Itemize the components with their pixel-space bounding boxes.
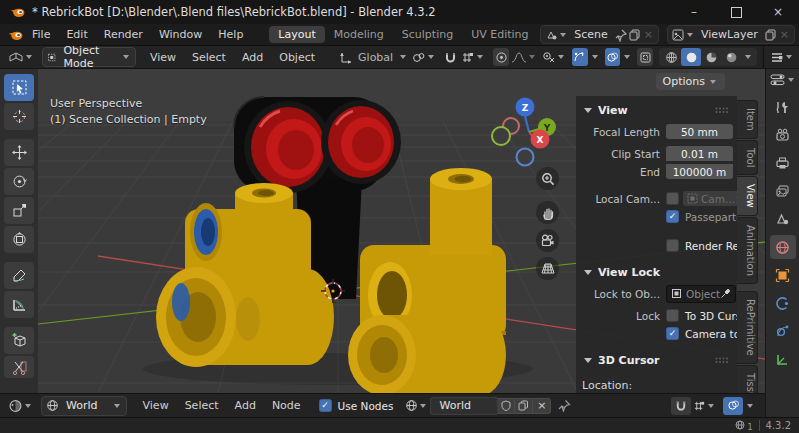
- local-camera-field[interactable]: Cam... ×: [683, 191, 737, 206]
- sidebar-tab-tissue[interactable]: Tissue: [737, 365, 758, 393]
- tool-select-box[interactable]: [4, 74, 34, 101]
- use-nodes-checkbox[interactable]: ✓: [319, 399, 332, 412]
- zoom-button[interactable]: [536, 167, 559, 190]
- fake-user-button[interactable]: [497, 398, 515, 414]
- shader-select-menu[interactable]: Select: [177, 399, 227, 412]
- tool-add-cube[interactable]: [4, 327, 34, 354]
- clip-end-field[interactable]: 100000 m: [666, 164, 733, 179]
- pin-icon[interactable]: [614, 28, 628, 42]
- shading-solid-button[interactable]: [681, 48, 701, 66]
- unlink-datablock-button[interactable]: ×: [533, 398, 551, 414]
- menu-render[interactable]: Render: [96, 28, 151, 41]
- shader-overlays-toggle[interactable]: [723, 397, 743, 415]
- tool-transform[interactable]: [4, 226, 34, 253]
- minimize-button[interactable]: –: [673, 0, 715, 24]
- shader-type-dropdown[interactable]: World: [41, 396, 127, 416]
- new-viewlayer-icon[interactable]: [764, 28, 778, 42]
- tool-rotate[interactable]: [4, 168, 34, 195]
- shading-wireframe-button[interactable]: [661, 48, 681, 66]
- lock-to-object-field[interactable]: Object: [666, 285, 736, 303]
- passepartout-checkbox[interactable]: ✓: [666, 210, 679, 223]
- tool-move[interactable]: [4, 139, 34, 166]
- add-menu[interactable]: Add: [234, 51, 271, 64]
- properties-tab-render[interactable]: [770, 123, 796, 147]
- tool-measure[interactable]: [4, 291, 34, 318]
- workspace-tab-modeling[interactable]: Modeling: [325, 26, 393, 43]
- view-panel-header[interactable]: View: [582, 102, 733, 119]
- drag-handle-icon[interactable]: [715, 357, 729, 364]
- camera-view-button[interactable]: [536, 229, 559, 252]
- world-name-field[interactable]: World: [430, 397, 497, 415]
- view-lock-header[interactable]: View Lock: [582, 264, 733, 281]
- close-button[interactable]: ×: [757, 0, 799, 24]
- shading-material-button[interactable]: [701, 48, 721, 66]
- workspace-tab-layout[interactable]: Layout: [269, 26, 324, 43]
- eyedropper-icon[interactable]: [720, 288, 731, 299]
- shader-snap-dropdown[interactable]: [691, 397, 718, 414]
- sidebar-tab-reprimitive[interactable]: RePrimitive: [737, 291, 758, 364]
- shader-editor-type-button[interactable]: [6, 397, 35, 414]
- shader-overlays-dropdown[interactable]: [743, 397, 757, 414]
- properties-tab-tool[interactable]: [770, 95, 796, 119]
- properties-editor-type-button[interactable]: [770, 73, 796, 87]
- pan-button[interactable]: [536, 201, 559, 224]
- menu-help[interactable]: Help: [210, 28, 251, 41]
- clip-start-field[interactable]: 0.01 m: [666, 146, 733, 161]
- delete-scene-icon[interactable]: ×: [642, 26, 655, 43]
- pin-icon[interactable]: [558, 399, 571, 412]
- select-menu[interactable]: Select: [184, 51, 234, 64]
- to-3d-cursor-checkbox[interactable]: [666, 309, 679, 322]
- gizmo-neg-y[interactable]: [492, 127, 510, 145]
- scene-selector[interactable]: Scene ×: [540, 25, 659, 44]
- object-visibility-dropdown[interactable]: [539, 49, 568, 66]
- render-region-checkbox[interactable]: [666, 239, 679, 252]
- focal-length-field[interactable]: 50 mm: [666, 124, 733, 139]
- shading-dropdown[interactable]: [741, 49, 755, 66]
- sidebar-tab-tool[interactable]: Tool: [737, 140, 758, 175]
- shader-snap-toggle[interactable]: [671, 397, 691, 415]
- camera-to-view-checkbox[interactable]: ✓: [666, 327, 679, 340]
- sidebar-tab-view[interactable]: View: [737, 176, 758, 216]
- proportional-falloff-dropdown[interactable]: [509, 49, 539, 66]
- delete-viewlayer-icon[interactable]: ×: [778, 26, 791, 43]
- use-nodes-toggle[interactable]: ✓ Use Nodes: [319, 399, 394, 412]
- gizmo-toggle[interactable]: [572, 48, 588, 66]
- menu-window[interactable]: Window: [151, 28, 210, 41]
- local-camera-checkbox[interactable]: [666, 192, 679, 205]
- tool-cursor[interactable]: [4, 103, 34, 130]
- properties-tab-view-layer[interactable]: [770, 179, 796, 203]
- maximize-button[interactable]: [715, 0, 757, 24]
- new-scene-icon[interactable]: [628, 28, 642, 42]
- workspace-tab-uv-editing[interactable]: UV Editing: [462, 26, 532, 43]
- viewlayer-selector[interactable]: ViewLayer ×: [667, 25, 795, 44]
- editor-type-button[interactable]: [6, 49, 36, 66]
- transform-orientation-dropdown[interactable]: Global: [337, 49, 410, 66]
- sidebar-tab-animation[interactable]: Animation: [737, 217, 758, 284]
- cursor-panel-header[interactable]: 3D Cursor: [582, 352, 733, 369]
- gizmo-neg-z[interactable]: [517, 149, 534, 166]
- overlays-dropdown[interactable]: [620, 49, 634, 66]
- object-menu[interactable]: Object: [271, 51, 323, 64]
- properties-tab-object[interactable]: [770, 263, 796, 287]
- sidebar-tab-item[interactable]: Item: [737, 100, 758, 139]
- properties-tab-world[interactable]: [770, 235, 796, 259]
- viewport-3d[interactable]: Z Y X User Perspective (1) Scene Collect…: [38, 69, 765, 393]
- menu-file[interactable]: File: [24, 28, 58, 41]
- proportional-edit-toggle[interactable]: [493, 48, 509, 66]
- tool-cut[interactable]: [4, 356, 34, 378]
- options-dropdown[interactable]: Options: [656, 73, 725, 90]
- properties-tab-data[interactable]: [770, 347, 796, 371]
- blender-menu-icon[interactable]: [8, 29, 24, 41]
- view-menu[interactable]: View: [142, 51, 184, 64]
- shading-rendered-button[interactable]: [721, 48, 741, 66]
- shader-node-menu[interactable]: Node: [264, 399, 309, 412]
- tool-annotate[interactable]: [4, 262, 34, 289]
- xray-toggle[interactable]: [637, 48, 653, 66]
- snap-settings-dropdown[interactable]: [459, 49, 487, 66]
- menu-edit[interactable]: Edit: [58, 28, 95, 41]
- mode-dropdown[interactable]: Object Mode: [42, 47, 136, 67]
- gizmo-dropdown[interactable]: [588, 49, 602, 66]
- properties-tab-constraints[interactable]: [770, 291, 796, 315]
- outliner-filter-button[interactable]: [768, 49, 796, 66]
- shader-view-menu[interactable]: View: [135, 399, 177, 412]
